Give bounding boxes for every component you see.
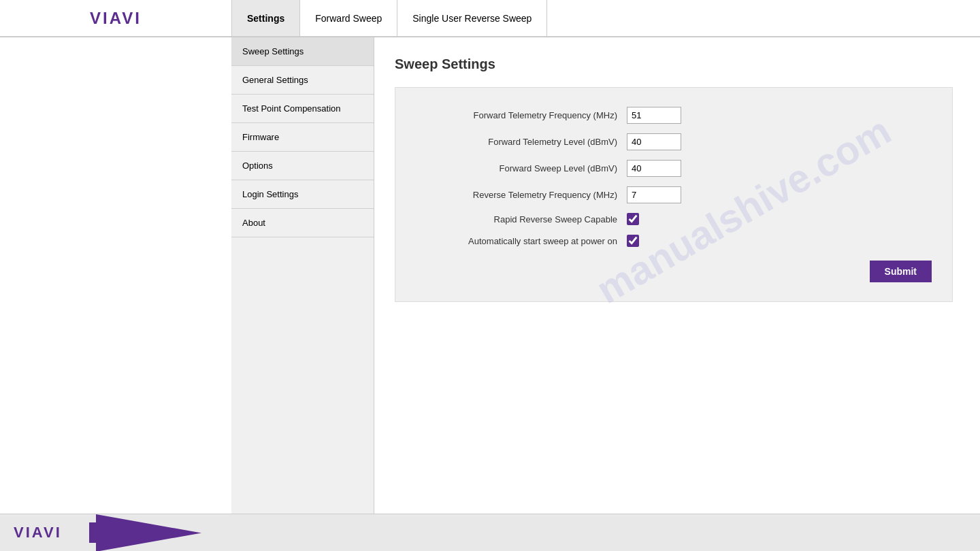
label-forward-telemetry-level: Forward Telemetry Level (dBmV) — [409, 137, 627, 147]
tab-settings[interactable]: Settings — [231, 0, 300, 36]
field-forward-sweep-level: Forward Sweep Level (dBmV) — [409, 160, 932, 177]
field-forward-telemetry-freq: Forward Telemetry Frequency (MHz) — [409, 107, 932, 124]
sidebar-item-general-settings[interactable]: General Settings — [231, 66, 374, 95]
footer-logo: VIAVI — [14, 524, 62, 541]
field-forward-telemetry-level: Forward Telemetry Level (dBmV) — [409, 133, 932, 150]
form-panel: Forward Telemetry Frequency (MHz) Forwar… — [395, 87, 953, 302]
submit-button[interactable]: Submit — [870, 261, 932, 282]
label-reverse-telemetry-freq: Reverse Telemetry Frequency (MHz) — [409, 190, 627, 200]
footer-arrow-icon — [89, 514, 205, 552]
input-forward-telemetry-level[interactable] — [627, 133, 681, 150]
sidebar-item-test-point-compensation[interactable]: Test Point Compensation — [231, 95, 374, 123]
viavi-logo: VIAVI — [90, 9, 142, 28]
label-forward-sweep-level: Forward Sweep Level (dBmV) — [409, 163, 627, 173]
sidebar-item-about[interactable]: About — [231, 209, 374, 237]
checkbox-rapid-reverse-sweep[interactable] — [627, 213, 639, 225]
svg-rect-0 — [89, 522, 96, 543]
field-auto-start-sweep: Automatically start sweep at power on — [409, 235, 932, 247]
sidebar: Sweep Settings General Settings Test Poi… — [231, 37, 374, 514]
label-rapid-reverse-sweep: Rapid Reverse Sweep Capable — [409, 214, 627, 224]
svg-marker-1 — [96, 514, 201, 552]
sidebar-item-login-settings[interactable]: Login Settings — [231, 180, 374, 209]
label-auto-start-sweep: Automatically start sweep at power on — [409, 236, 627, 246]
input-forward-sweep-level[interactable] — [627, 160, 681, 177]
submit-row: Submit — [409, 261, 932, 282]
sidebar-item-firmware[interactable]: Firmware — [231, 123, 374, 152]
footer: VIAVI — [0, 514, 980, 551]
label-forward-telemetry-freq: Forward Telemetry Frequency (MHz) — [409, 110, 627, 120]
footer-arrow-area — [89, 514, 205, 552]
field-reverse-telemetry-freq: Reverse Telemetry Frequency (MHz) — [409, 186, 932, 203]
tab-forward-sweep[interactable]: Forward Sweep — [300, 0, 397, 36]
sidebar-item-sweep-settings[interactable]: Sweep Settings — [231, 37, 374, 66]
field-rapid-reverse-sweep: Rapid Reverse Sweep Capable — [409, 213, 932, 225]
content-area: Sweep Settings Forward Telemetry Frequen… — [374, 37, 980, 514]
page-title: Sweep Settings — [395, 56, 960, 72]
input-forward-telemetry-freq[interactable] — [627, 107, 681, 124]
input-reverse-telemetry-freq[interactable] — [627, 186, 681, 203]
sidebar-item-options[interactable]: Options — [231, 152, 374, 180]
nav-tabs: Settings Forward Sweep Single User Rever… — [231, 0, 547, 36]
tab-single-user-reverse-sweep[interactable]: Single User Reverse Sweep — [397, 0, 547, 36]
checkbox-auto-start-sweep[interactable] — [627, 235, 639, 247]
